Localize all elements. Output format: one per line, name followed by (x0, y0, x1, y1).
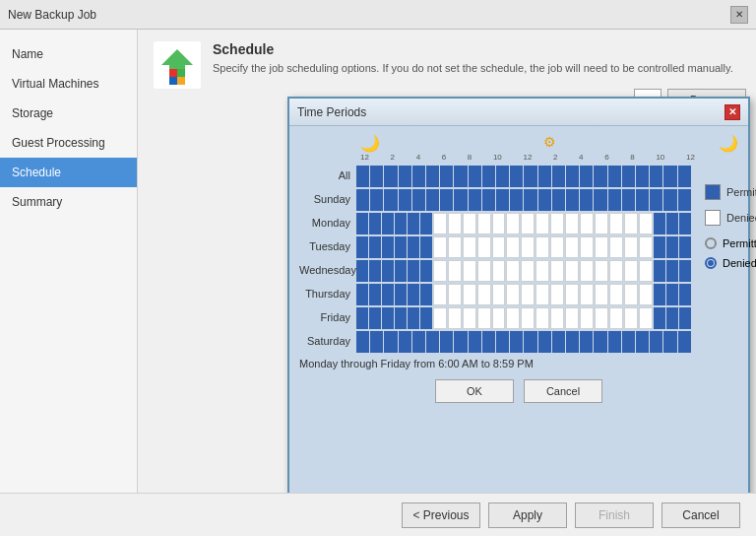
schedule-cell[interactable] (395, 284, 407, 305)
schedule-cell[interactable] (524, 189, 536, 211)
schedule-cell[interactable] (420, 213, 432, 234)
schedule-cell[interactable] (552, 166, 565, 187)
schedule-cell[interactable] (654, 284, 665, 305)
schedule-cell[interactable] (622, 189, 635, 211)
schedule-cell[interactable] (650, 331, 662, 353)
schedule-cell[interactable] (492, 307, 506, 329)
schedule-cell[interactable] (399, 166, 411, 187)
schedule-cell[interactable] (440, 189, 453, 211)
schedule-cell[interactable] (654, 236, 665, 258)
schedule-cell[interactable] (538, 189, 551, 211)
schedule-cell[interactable] (609, 236, 623, 258)
schedule-cell[interactable] (399, 331, 411, 353)
row-cells-sunday[interactable] (356, 189, 691, 209)
schedule-cell[interactable] (370, 331, 383, 353)
radio-permitted[interactable] (705, 237, 717, 249)
schedule-cell[interactable] (595, 284, 608, 305)
schedule-cell[interactable] (666, 307, 678, 329)
schedule-cell[interactable] (496, 189, 509, 211)
schedule-cell[interactable] (356, 284, 368, 305)
schedule-cell[interactable] (420, 260, 432, 282)
schedule-cell[interactable] (469, 331, 481, 353)
schedule-cell[interactable] (420, 307, 432, 329)
schedule-cell[interactable] (440, 166, 453, 187)
schedule-cell[interactable] (521, 284, 535, 305)
radio-denied[interactable] (705, 257, 717, 269)
schedule-cell[interactable] (448, 284, 462, 305)
schedule-cell[interactable] (420, 236, 432, 258)
schedule-cell[interactable] (382, 213, 394, 234)
schedule-cell[interactable] (521, 307, 535, 329)
schedule-cell[interactable] (382, 307, 394, 329)
schedule-cell[interactable] (595, 236, 608, 258)
schedule-cell[interactable] (384, 166, 397, 187)
schedule-cell[interactable] (524, 331, 536, 353)
schedule-cell[interactable] (356, 166, 369, 187)
schedule-cell[interactable] (639, 213, 653, 234)
sidebar-item-guest-processing[interactable]: Guest Processing (0, 128, 137, 158)
schedule-cell[interactable] (370, 166, 383, 187)
schedule-cell[interactable] (639, 260, 653, 282)
schedule-cell[interactable] (550, 213, 564, 234)
schedule-cell[interactable] (506, 284, 520, 305)
schedule-cell[interactable] (463, 284, 476, 305)
schedule-cell[interactable] (565, 213, 579, 234)
schedule-cell[interactable] (510, 166, 523, 187)
schedule-cell[interactable] (448, 236, 462, 258)
schedule-cell[interactable] (639, 236, 653, 258)
schedule-cell[interactable] (595, 213, 608, 234)
schedule-cell[interactable] (609, 260, 623, 282)
schedule-cell[interactable] (624, 307, 638, 329)
schedule-cell[interactable] (666, 213, 678, 234)
schedule-cell[interactable] (550, 236, 564, 258)
schedule-cell[interactable] (433, 260, 447, 282)
apply-button[interactable]: Apply (488, 502, 567, 528)
schedule-cell[interactable] (356, 213, 368, 234)
window-close-button[interactable]: ✕ (730, 6, 748, 24)
schedule-cell[interactable] (608, 166, 621, 187)
schedule-cell[interactable] (594, 331, 606, 353)
sidebar-item-storage[interactable]: Storage (0, 99, 137, 128)
schedule-cell[interactable] (492, 213, 506, 234)
schedule-cell[interactable] (679, 260, 691, 282)
schedule-cell[interactable] (448, 260, 462, 282)
schedule-cell[interactable] (678, 189, 691, 211)
schedule-cell[interactable] (536, 284, 549, 305)
schedule-cell[interactable] (412, 331, 425, 353)
schedule-cell[interactable] (469, 166, 481, 187)
schedule-cell[interactable] (477, 307, 491, 329)
schedule-cell[interactable] (482, 166, 495, 187)
schedule-cell[interactable] (482, 189, 495, 211)
schedule-cell[interactable] (454, 166, 467, 187)
schedule-cell[interactable] (565, 260, 579, 282)
row-cells-thursday[interactable] (356, 284, 691, 303)
schedule-cell[interactable] (580, 331, 593, 353)
schedule-cell[interactable] (356, 236, 368, 258)
schedule-cell[interactable] (382, 284, 394, 305)
schedule-cell[interactable] (595, 260, 608, 282)
schedule-cell[interactable] (538, 166, 551, 187)
schedule-cell[interactable] (469, 189, 481, 211)
schedule-cell[interactable] (594, 189, 606, 211)
schedule-cell[interactable] (565, 284, 579, 305)
schedule-cell[interactable] (477, 213, 491, 234)
schedule-cell[interactable] (506, 213, 520, 234)
schedule-cell[interactable] (594, 166, 606, 187)
dialog-close-button[interactable]: ✕ (724, 104, 740, 120)
schedule-cell[interactable] (678, 166, 691, 187)
schedule-cell[interactable] (426, 189, 439, 211)
schedule-cell[interactable] (679, 213, 691, 234)
schedule-cell[interactable] (412, 166, 425, 187)
schedule-cell[interactable] (679, 307, 691, 329)
schedule-cell[interactable] (382, 236, 394, 258)
schedule-cell[interactable] (369, 213, 381, 234)
schedule-cell[interactable] (550, 284, 564, 305)
schedule-cell[interactable] (654, 213, 665, 234)
schedule-cell[interactable] (580, 236, 594, 258)
schedule-cell[interactable] (492, 260, 506, 282)
schedule-cell[interactable] (550, 307, 564, 329)
schedule-cell[interactable] (492, 236, 506, 258)
schedule-cell[interactable] (639, 284, 653, 305)
schedule-cell[interactable] (552, 189, 565, 211)
schedule-cell[interactable] (395, 213, 407, 234)
